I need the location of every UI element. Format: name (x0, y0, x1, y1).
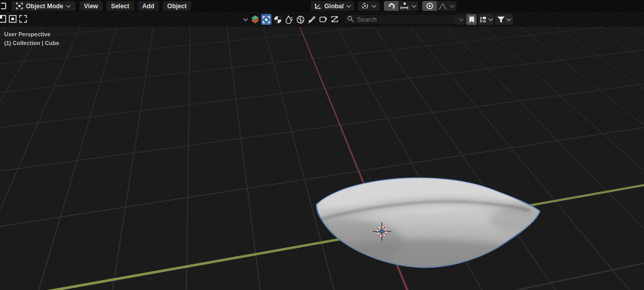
menu-view[interactable]: View (79, 1, 103, 11)
select-set-button[interactable] (0, 15, 6, 23)
chevron-down-icon (450, 4, 455, 8)
chevron-down-icon (371, 4, 377, 8)
material-preview-button[interactable] (250, 14, 260, 25)
chevron-down-icon (346, 4, 351, 8)
pivot-point-dropdown[interactable] (358, 1, 380, 11)
collapse-dropdown[interactable] (454, 14, 465, 25)
mode-dropdown[interactable]: Object Mode (11, 1, 76, 11)
snap-magnet-icon (388, 2, 395, 10)
proportional-group (422, 1, 456, 11)
snapping-group (384, 1, 418, 11)
proportional-editing-toggle[interactable] (422, 1, 437, 11)
transform-controls: Global (311, 1, 456, 11)
weight-paint-button[interactable] (284, 14, 294, 25)
search-input[interactable] (344, 14, 470, 25)
proportional-falloff-icon (438, 3, 447, 10)
search-icon (347, 16, 354, 22)
select-extend-button[interactable] (9, 15, 17, 23)
material-preview-ball-icon (251, 15, 260, 24)
menu-select[interactable]: Select (106, 1, 134, 11)
select-mode-buttons (0, 15, 27, 23)
chevron-down-icon (411, 4, 417, 8)
snap-settings-dropdown[interactable] (398, 1, 418, 11)
transform-orientation-icon (314, 3, 322, 10)
vertex-paint-button[interactable] (273, 14, 283, 25)
chevron-down-icon (488, 18, 493, 22)
proportional-falloff-dropdown[interactable] (437, 1, 456, 11)
weight-paint-icon (285, 16, 293, 24)
snap-toggle[interactable] (384, 1, 398, 11)
search-box (344, 14, 470, 25)
view-options-cluster (454, 14, 514, 25)
display-mode-icon (479, 16, 487, 23)
display-mode-dropdown[interactable] (478, 14, 494, 25)
vertex-paint-icon (274, 16, 282, 24)
view-perspective-label: User Perspective (4, 31, 50, 37)
bookmark-toggle[interactable] (466, 14, 477, 25)
editor-type-icon[interactable] (1, 2, 8, 10)
chevron-down-icon (459, 18, 464, 22)
menu-add[interactable]: Add (138, 1, 159, 11)
orientation-label: Global (324, 3, 344, 10)
select-subtract-button[interactable] (19, 15, 27, 23)
blender-window: Object Mode View Select Add Object Globa… (0, 0, 644, 290)
snap-increment-icon (400, 2, 409, 10)
brush-icon (308, 16, 316, 24)
object-mode-icon (263, 16, 270, 23)
collection-context-label: (1) Collection | Cube (4, 40, 59, 46)
mode-label: Object Mode (26, 3, 63, 10)
sculpt-button[interactable] (318, 14, 328, 25)
texture-paint-globe-icon (296, 16, 305, 24)
scene-overlay (0, 27, 644, 290)
brush-button[interactable] (307, 14, 317, 25)
mode-icon-cluster (240, 14, 470, 25)
filter-funnel-icon (497, 16, 505, 23)
measure-caliper-icon (331, 16, 339, 23)
tool-settings-bar (0, 12, 644, 27)
filter-dropdown[interactable] (495, 14, 513, 25)
proportional-editing-icon (426, 2, 434, 10)
pivot-point-icon (361, 2, 369, 10)
collapse-chevron-icon[interactable] (243, 18, 248, 22)
bookmark-icon (469, 16, 475, 23)
active-tool-object-mode[interactable] (261, 14, 271, 25)
object-mode-icon (16, 3, 23, 9)
chevron-down-icon (66, 4, 71, 8)
measure-button[interactable] (330, 14, 340, 25)
viewport-header: Object Mode View Select Add Object Globa… (0, 0, 644, 12)
viewport-3d[interactable]: User Perspective (1) Collection | Cube (0, 27, 644, 290)
sculpt-clay-icon (319, 16, 327, 23)
menu-object[interactable]: Object (163, 1, 191, 11)
chevron-down-icon (506, 18, 511, 22)
texture-paint-button[interactable] (295, 14, 306, 25)
orientation-dropdown[interactable]: Global (311, 1, 354, 11)
